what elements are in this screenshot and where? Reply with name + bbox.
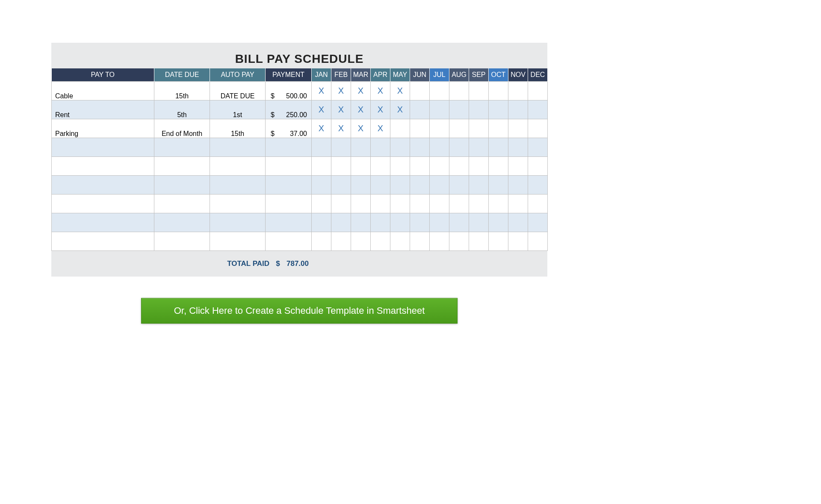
cell-payment[interactable] bbox=[266, 157, 312, 176]
cell-month-apr[interactable]: X bbox=[371, 100, 390, 119]
cell-payment[interactable]: $250.00 bbox=[266, 100, 312, 119]
cell-month-jan[interactable] bbox=[312, 157, 331, 176]
cell-month-apr[interactable] bbox=[371, 213, 390, 232]
cell-auto-pay[interactable] bbox=[210, 213, 266, 232]
cell-month-mar[interactable]: X bbox=[351, 82, 371, 100]
cell-auto-pay[interactable] bbox=[210, 232, 266, 251]
cell-month-apr[interactable]: X bbox=[371, 82, 390, 100]
cell-month-sep[interactable] bbox=[469, 119, 489, 138]
cell-month-jan[interactable] bbox=[312, 195, 331, 213]
cell-month-nov[interactable] bbox=[508, 176, 528, 195]
cell-month-jan[interactable]: X bbox=[312, 82, 331, 100]
cell-date-due[interactable] bbox=[154, 213, 210, 232]
cell-month-jun[interactable] bbox=[410, 119, 430, 138]
cell-date-due[interactable] bbox=[154, 176, 210, 195]
cell-month-nov[interactable] bbox=[508, 157, 528, 176]
cell-payto[interactable] bbox=[52, 213, 154, 232]
cell-month-jun[interactable] bbox=[410, 232, 430, 251]
cell-month-sep[interactable] bbox=[469, 82, 489, 100]
cell-payment[interactable] bbox=[266, 195, 312, 213]
cell-month-sep[interactable] bbox=[469, 176, 489, 195]
cell-month-jan[interactable] bbox=[312, 232, 331, 251]
cell-auto-pay[interactable] bbox=[210, 157, 266, 176]
cell-payment[interactable] bbox=[266, 213, 312, 232]
cell-month-jul[interactable] bbox=[430, 119, 449, 138]
cell-month-oct[interactable] bbox=[489, 195, 508, 213]
cell-month-jul[interactable] bbox=[430, 138, 449, 157]
cell-month-may[interactable] bbox=[390, 138, 410, 157]
cell-month-sep[interactable] bbox=[469, 100, 489, 119]
cell-month-dec[interactable] bbox=[528, 213, 548, 232]
cell-month-aug[interactable] bbox=[449, 195, 469, 213]
cell-month-mar[interactable] bbox=[351, 232, 371, 251]
cell-month-jun[interactable] bbox=[410, 176, 430, 195]
cell-month-aug[interactable] bbox=[449, 232, 469, 251]
smartsheet-cta-button[interactable]: Or, Click Here to Create a Schedule Temp… bbox=[141, 298, 458, 324]
cell-month-mar[interactable]: X bbox=[351, 100, 371, 119]
cell-month-jul[interactable] bbox=[430, 213, 449, 232]
cell-month-nov[interactable] bbox=[508, 119, 528, 138]
cell-date-due[interactable] bbox=[154, 157, 210, 176]
cell-month-jul[interactable] bbox=[430, 100, 449, 119]
cell-month-nov[interactable] bbox=[508, 195, 528, 213]
cell-month-mar[interactable] bbox=[351, 176, 371, 195]
cell-date-due[interactable] bbox=[154, 138, 210, 157]
cell-month-sep[interactable] bbox=[469, 213, 489, 232]
cell-month-nov[interactable] bbox=[508, 138, 528, 157]
cell-month-apr[interactable] bbox=[371, 157, 390, 176]
cell-payto[interactable] bbox=[52, 138, 154, 157]
cell-payto[interactable] bbox=[52, 195, 154, 213]
cell-month-may[interactable] bbox=[390, 195, 410, 213]
cell-month-apr[interactable]: X bbox=[371, 119, 390, 138]
cell-month-oct[interactable] bbox=[489, 213, 508, 232]
cell-month-may[interactable] bbox=[390, 119, 410, 138]
cell-month-jun[interactable] bbox=[410, 213, 430, 232]
cell-month-dec[interactable] bbox=[528, 82, 548, 100]
cell-auto-pay[interactable]: DATE DUE bbox=[210, 82, 266, 100]
cell-payment[interactable] bbox=[266, 138, 312, 157]
cell-month-may[interactable] bbox=[390, 176, 410, 195]
cell-month-aug[interactable] bbox=[449, 213, 469, 232]
cell-month-apr[interactable] bbox=[371, 195, 390, 213]
cell-month-aug[interactable] bbox=[449, 82, 469, 100]
cell-auto-pay[interactable] bbox=[210, 176, 266, 195]
cell-date-due[interactable]: 5th bbox=[154, 100, 210, 119]
cell-month-aug[interactable] bbox=[449, 119, 469, 138]
cell-month-jul[interactable] bbox=[430, 232, 449, 251]
cell-month-oct[interactable] bbox=[489, 119, 508, 138]
cell-month-feb[interactable] bbox=[331, 213, 351, 232]
cell-month-apr[interactable] bbox=[371, 232, 390, 251]
cell-date-due[interactable] bbox=[154, 232, 210, 251]
cell-month-feb[interactable]: X bbox=[331, 100, 351, 119]
cell-month-jul[interactable] bbox=[430, 82, 449, 100]
cell-payment[interactable] bbox=[266, 176, 312, 195]
cell-month-may[interactable]: X bbox=[390, 100, 410, 119]
cell-auto-pay[interactable]: 15th bbox=[210, 119, 266, 138]
cell-month-jan[interactable]: X bbox=[312, 119, 331, 138]
cell-payment[interactable] bbox=[266, 232, 312, 251]
cell-month-jul[interactable] bbox=[430, 195, 449, 213]
cell-month-oct[interactable] bbox=[489, 157, 508, 176]
cell-month-sep[interactable] bbox=[469, 138, 489, 157]
cell-month-nov[interactable] bbox=[508, 100, 528, 119]
cell-month-jun[interactable] bbox=[410, 82, 430, 100]
cell-date-due[interactable]: End of Month bbox=[154, 119, 210, 138]
cell-month-nov[interactable] bbox=[508, 232, 528, 251]
cell-auto-pay[interactable] bbox=[210, 138, 266, 157]
cell-month-mar[interactable] bbox=[351, 213, 371, 232]
cell-month-oct[interactable] bbox=[489, 100, 508, 119]
cell-month-feb[interactable]: X bbox=[331, 119, 351, 138]
cell-month-aug[interactable] bbox=[449, 157, 469, 176]
cell-month-dec[interactable] bbox=[528, 176, 548, 195]
cell-month-mar[interactable] bbox=[351, 157, 371, 176]
cell-month-jan[interactable] bbox=[312, 213, 331, 232]
cell-month-aug[interactable] bbox=[449, 176, 469, 195]
cell-month-jan[interactable] bbox=[312, 138, 331, 157]
cell-month-jan[interactable] bbox=[312, 176, 331, 195]
cell-month-may[interactable] bbox=[390, 157, 410, 176]
cell-month-feb[interactable] bbox=[331, 232, 351, 251]
cell-month-nov[interactable] bbox=[508, 82, 528, 100]
cell-month-may[interactable] bbox=[390, 232, 410, 251]
cell-month-oct[interactable] bbox=[489, 232, 508, 251]
cell-month-nov[interactable] bbox=[508, 213, 528, 232]
